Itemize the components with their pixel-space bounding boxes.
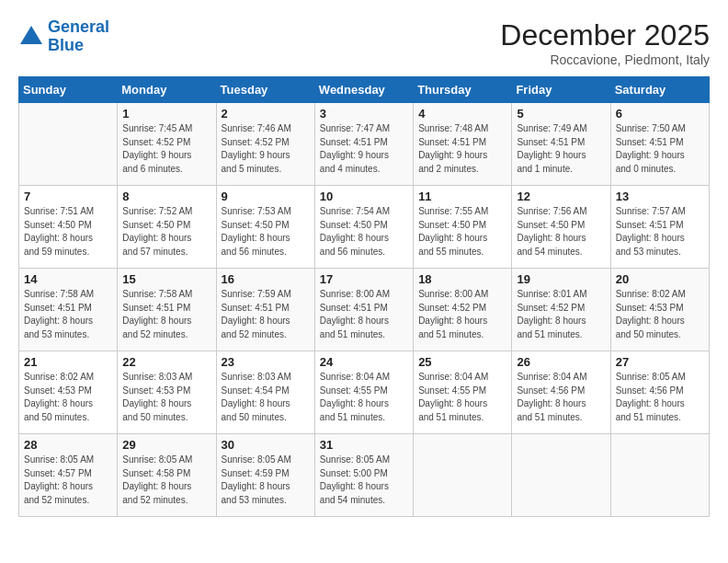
day-info: Sunrise: 8:04 AM Sunset: 4:56 PM Dayligh… xyxy=(517,371,605,424)
page-header: General Blue December 2025 Roccavione, P… xyxy=(18,18,710,67)
day-info: Sunrise: 7:56 AM Sunset: 4:50 PM Dayligh… xyxy=(517,205,605,259)
day-number: 3 xyxy=(320,107,408,121)
weekday-header: Sunday xyxy=(19,77,118,103)
day-number: 27 xyxy=(616,355,704,369)
logo-icon xyxy=(18,24,44,50)
calendar-cell: 15Sunrise: 7:58 AM Sunset: 4:51 PM Dayli… xyxy=(118,269,216,351)
calendar-cell: 26Sunrise: 8:04 AM Sunset: 4:56 PM Dayli… xyxy=(512,351,610,434)
day-info: Sunrise: 8:01 AM Sunset: 4:52 PM Dayligh… xyxy=(517,288,605,341)
calendar-cell: 6Sunrise: 7:50 AM Sunset: 4:51 PM Daylig… xyxy=(610,103,709,186)
calendar-cell: 3Sunrise: 7:47 AM Sunset: 4:51 PM Daylig… xyxy=(314,103,413,186)
day-info: Sunrise: 8:05 AM Sunset: 5:00 PM Dayligh… xyxy=(320,454,408,507)
day-info: Sunrise: 8:03 AM Sunset: 4:54 PM Dayligh… xyxy=(222,371,310,424)
logo: General Blue xyxy=(18,18,109,55)
day-info: Sunrise: 7:51 AM Sunset: 4:50 PM Dayligh… xyxy=(24,205,112,259)
day-info: Sunrise: 8:03 AM Sunset: 4:53 PM Dayligh… xyxy=(122,371,210,424)
calendar-cell xyxy=(414,434,512,517)
day-info: Sunrise: 7:55 AM Sunset: 4:50 PM Dayligh… xyxy=(418,205,506,259)
weekday-header: Monday xyxy=(118,77,216,103)
calendar-cell: 23Sunrise: 8:03 AM Sunset: 4:54 PM Dayli… xyxy=(216,351,314,434)
calendar-cell xyxy=(610,434,709,517)
day-number: 10 xyxy=(320,190,408,203)
calendar-table: SundayMondayTuesdayWednesdayThursdayFrid… xyxy=(18,76,710,517)
day-number: 16 xyxy=(222,272,310,286)
calendar-week-row: 21Sunrise: 8:02 AM Sunset: 4:53 PM Dayli… xyxy=(19,351,710,434)
day-info: Sunrise: 7:54 AM Sunset: 4:50 PM Dayligh… xyxy=(320,205,408,259)
weekday-header: Saturday xyxy=(610,77,709,103)
svg-marker-0 xyxy=(20,26,42,44)
day-info: Sunrise: 7:59 AM Sunset: 4:51 PM Dayligh… xyxy=(222,288,310,341)
weekday-header: Tuesday xyxy=(216,77,314,103)
day-number: 13 xyxy=(616,190,704,203)
calendar-cell: 30Sunrise: 8:05 AM Sunset: 4:59 PM Dayli… xyxy=(216,434,314,517)
day-number: 11 xyxy=(418,190,506,203)
day-number: 19 xyxy=(517,272,605,286)
title-block: December 2025 Roccavione, Piedmont, Ital… xyxy=(500,18,710,67)
day-info: Sunrise: 7:52 AM Sunset: 4:50 PM Dayligh… xyxy=(122,205,210,259)
day-number: 1 xyxy=(122,107,210,121)
day-number: 20 xyxy=(616,272,704,286)
day-info: Sunrise: 8:00 AM Sunset: 4:51 PM Dayligh… xyxy=(320,288,408,341)
calendar-week-row: 28Sunrise: 8:05 AM Sunset: 4:57 PM Dayli… xyxy=(19,434,710,517)
calendar-cell: 22Sunrise: 8:03 AM Sunset: 4:53 PM Dayli… xyxy=(118,351,216,434)
day-number: 22 xyxy=(122,355,210,369)
location: Roccavione, Piedmont, Italy xyxy=(500,52,710,67)
weekday-header: Thursday xyxy=(414,77,512,103)
calendar-cell: 13Sunrise: 7:57 AM Sunset: 4:51 PM Dayli… xyxy=(610,186,709,269)
calendar-cell: 14Sunrise: 7:58 AM Sunset: 4:51 PM Dayli… xyxy=(19,269,118,351)
calendar-cell: 2Sunrise: 7:46 AM Sunset: 4:52 PM Daylig… xyxy=(216,103,314,186)
day-number: 25 xyxy=(418,355,506,369)
day-info: Sunrise: 8:02 AM Sunset: 4:53 PM Dayligh… xyxy=(616,288,704,341)
day-info: Sunrise: 8:05 AM Sunset: 4:59 PM Dayligh… xyxy=(222,454,310,507)
day-number: 24 xyxy=(320,355,408,369)
calendar-cell: 11Sunrise: 7:55 AM Sunset: 4:50 PM Dayli… xyxy=(414,186,512,269)
day-number: 28 xyxy=(24,438,112,452)
day-number: 23 xyxy=(222,355,310,369)
calendar-cell: 9Sunrise: 7:53 AM Sunset: 4:50 PM Daylig… xyxy=(216,186,314,269)
calendar-cell: 24Sunrise: 8:04 AM Sunset: 4:55 PM Dayli… xyxy=(314,351,413,434)
calendar-cell: 28Sunrise: 8:05 AM Sunset: 4:57 PM Dayli… xyxy=(19,434,118,517)
calendar-week-row: 1Sunrise: 7:45 AM Sunset: 4:52 PM Daylig… xyxy=(19,103,710,186)
calendar-cell: 21Sunrise: 8:02 AM Sunset: 4:53 PM Dayli… xyxy=(19,351,118,434)
logo-text: General Blue xyxy=(48,18,109,55)
day-info: Sunrise: 8:05 AM Sunset: 4:56 PM Dayligh… xyxy=(616,371,704,424)
calendar-cell: 17Sunrise: 8:00 AM Sunset: 4:51 PM Dayli… xyxy=(314,269,413,351)
day-number: 21 xyxy=(24,355,112,369)
weekday-header: Friday xyxy=(512,77,610,103)
calendar-cell: 7Sunrise: 7:51 AM Sunset: 4:50 PM Daylig… xyxy=(19,186,118,269)
calendar-cell: 18Sunrise: 8:00 AM Sunset: 4:52 PM Dayli… xyxy=(414,269,512,351)
day-number: 17 xyxy=(320,272,408,286)
day-number: 9 xyxy=(222,190,310,203)
day-info: Sunrise: 7:50 AM Sunset: 4:51 PM Dayligh… xyxy=(616,122,704,176)
day-info: Sunrise: 7:48 AM Sunset: 4:51 PM Dayligh… xyxy=(418,122,506,176)
day-info: Sunrise: 8:04 AM Sunset: 4:55 PM Dayligh… xyxy=(320,371,408,424)
logo-line1: General xyxy=(48,17,109,36)
day-number: 18 xyxy=(418,272,506,286)
day-info: Sunrise: 8:00 AM Sunset: 4:52 PM Dayligh… xyxy=(418,288,506,341)
calendar-cell: 10Sunrise: 7:54 AM Sunset: 4:50 PM Dayli… xyxy=(314,186,413,269)
day-info: Sunrise: 7:57 AM Sunset: 4:51 PM Dayligh… xyxy=(616,205,704,259)
calendar-cell xyxy=(19,103,118,186)
day-info: Sunrise: 7:58 AM Sunset: 4:51 PM Dayligh… xyxy=(122,288,210,341)
day-info: Sunrise: 7:49 AM Sunset: 4:51 PM Dayligh… xyxy=(517,122,605,176)
month-title: December 2025 xyxy=(500,18,710,52)
day-info: Sunrise: 7:58 AM Sunset: 4:51 PM Dayligh… xyxy=(24,288,112,341)
calendar-cell xyxy=(512,434,610,517)
day-number: 2 xyxy=(222,107,310,121)
calendar-cell: 8Sunrise: 7:52 AM Sunset: 4:50 PM Daylig… xyxy=(118,186,216,269)
day-number: 26 xyxy=(517,355,605,369)
day-info: Sunrise: 8:05 AM Sunset: 4:58 PM Dayligh… xyxy=(122,454,210,507)
day-info: Sunrise: 8:04 AM Sunset: 4:55 PM Dayligh… xyxy=(418,371,506,424)
day-number: 4 xyxy=(418,107,506,121)
calendar-cell: 31Sunrise: 8:05 AM Sunset: 5:00 PM Dayli… xyxy=(314,434,413,517)
day-number: 29 xyxy=(122,438,210,452)
calendar-cell: 12Sunrise: 7:56 AM Sunset: 4:50 PM Dayli… xyxy=(512,186,610,269)
day-number: 6 xyxy=(616,107,704,121)
calendar-cell: 19Sunrise: 8:01 AM Sunset: 4:52 PM Dayli… xyxy=(512,269,610,351)
calendar-cell: 20Sunrise: 8:02 AM Sunset: 4:53 PM Dayli… xyxy=(610,269,709,351)
day-number: 8 xyxy=(122,190,210,203)
calendar-header: SundayMondayTuesdayWednesdayThursdayFrid… xyxy=(19,77,710,103)
day-number: 7 xyxy=(24,190,112,203)
calendar-week-row: 14Sunrise: 7:58 AM Sunset: 4:51 PM Dayli… xyxy=(19,269,710,351)
calendar-cell: 27Sunrise: 8:05 AM Sunset: 4:56 PM Dayli… xyxy=(610,351,709,434)
